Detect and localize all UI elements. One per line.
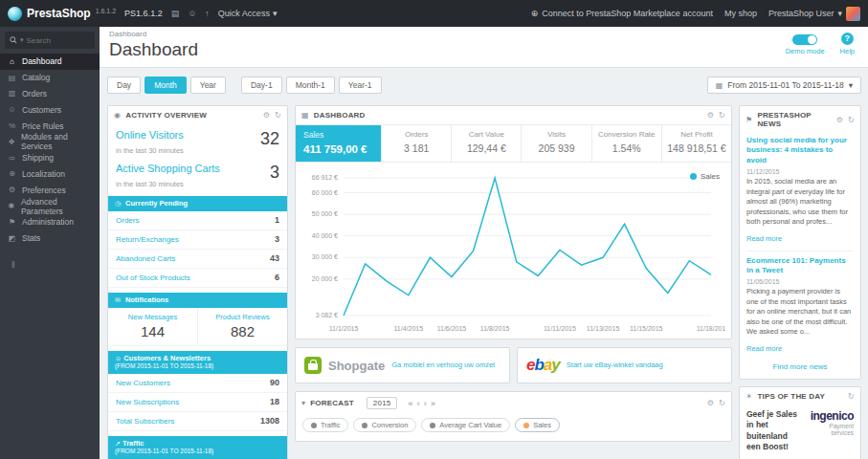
toggle-icon[interactable]: [792, 34, 817, 45]
new-messages-cell[interactable]: New Messages 144: [108, 308, 197, 345]
read-more-link[interactable]: Read more: [746, 344, 782, 353]
kpi-cart-value[interactable]: Cart Value 129,44 €: [452, 125, 522, 162]
forecast-chip-conversion[interactable]: Conversion: [353, 418, 416, 432]
range-day-button[interactable]: Day: [107, 76, 141, 94]
cart-icon[interactable]: ▤: [171, 9, 180, 18]
online-visitors-label[interactable]: Online Visitors: [116, 129, 184, 141]
refresh-icon[interactable]: ↻: [275, 111, 281, 120]
kpi-orders[interactable]: Orders 3 181: [382, 125, 452, 162]
kpi-net-profit[interactable]: Net Profit 148 918,51 €: [662, 125, 731, 162]
sidebar-item-modules[interactable]: ❖Modules and Services: [0, 134, 100, 150]
news-article-title[interactable]: Using social media for your business: 4 …: [746, 136, 854, 165]
shopgate-link[interactable]: Ga mobiel en verhoog uw omzet: [391, 361, 495, 370]
first-page-icon[interactable]: «: [408, 399, 412, 408]
sidebar-item-localization[interactable]: ⊕Localization: [0, 166, 100, 183]
refresh-icon[interactable]: ↻: [848, 116, 855, 124]
marketplace-connect-link[interactable]: ⊕ Connect to PrestaShop Marketplace acco…: [531, 9, 713, 18]
date-range-picker[interactable]: ▦ From 2015-11-01 To 2015-11-18 ▾: [707, 76, 861, 94]
news-article-date: 11/12/2015: [746, 168, 854, 175]
user-icon[interactable]: ☺: [188, 9, 196, 18]
sales-legend-label: Sales: [701, 172, 720, 181]
topbar: PrestaShop 1.6.1.2 PS1.6.1.2 ▤ ☺ ↑ Quick…: [0, 0, 868, 27]
search-input[interactable]: [27, 36, 80, 45]
sidebar-item-orders[interactable]: ▥Orders: [0, 86, 100, 102]
prev-page-icon[interactable]: ‹: [417, 399, 420, 408]
sidebar-item-dashboard[interactable]: ⌂Dashboard: [0, 54, 100, 70]
kpi-conversion-rate[interactable]: Conversion Rate 1.54%: [592, 125, 662, 162]
last-page-icon[interactable]: »: [431, 399, 435, 408]
sidebar-item-stats[interactable]: ◩Stats: [0, 230, 100, 247]
envelope-icon: ✉: [115, 295, 121, 304]
refresh-icon[interactable]: ↻: [719, 111, 725, 120]
sidebar-item-advanced-parameters[interactable]: ✱Advanced Parameters: [0, 198, 100, 214]
help-button[interactable]: ? Help: [840, 33, 855, 55]
gear-icon[interactable]: ⚙: [707, 399, 714, 407]
chip-dot: [311, 423, 317, 428]
x-axis: 11/1/201511/4/201511/6/201511/8/201511/1…: [300, 325, 727, 335]
customers-row-total-subscribers[interactable]: Total Subscribers 1308: [108, 412, 287, 431]
user-menu[interactable]: PrestaShop User ▾: [768, 7, 860, 21]
help-label: Help: [840, 47, 855, 55]
row-label: Abandoned Carts: [116, 254, 175, 263]
product-reviews-cell[interactable]: Product Reviews 882: [197, 308, 287, 345]
my-shop-link[interactable]: My shop: [724, 9, 757, 18]
online-visitors-block: Online Visitors 32 in the last 30 minute…: [108, 124, 287, 158]
advanced-icon: ✱: [8, 202, 15, 210]
search-scope-chevron-icon[interactable]: ▾: [20, 36, 24, 44]
chart-legend[interactable]: Sales: [690, 172, 720, 181]
sidebar-item-customers[interactable]: ☺Customers: [0, 101, 100, 118]
pending-title: Currently Pending: [125, 199, 188, 208]
range-day-1-button[interactable]: Day-1: [241, 76, 282, 94]
y-axis-tick: 3 082 €: [316, 312, 338, 318]
range-year-button[interactable]: Year: [190, 76, 226, 94]
forecast-year-select[interactable]: 2015: [367, 397, 398, 409]
pending-row-out-of-stock[interactable]: Out of Stock Products 6: [108, 269, 287, 288]
sidebar-item-shipping[interactable]: ⇨Shipping: [0, 150, 100, 166]
customers-row-new-subscriptions[interactable]: New Subscriptions 18: [108, 393, 287, 412]
upload-icon[interactable]: ↑: [205, 9, 210, 18]
kpi-sales[interactable]: Sales 411 759,00 €: [296, 125, 382, 162]
page-header: Dashboard Dashboard Demo mode ? Help: [100, 27, 868, 68]
kpi-label: Visits: [524, 130, 588, 139]
range-year-1-button[interactable]: Year-1: [339, 76, 382, 94]
sidebar-item-administration[interactable]: ⚑Administration: [0, 214, 100, 230]
chip-dot: [430, 423, 435, 428]
forecast-chip-sales[interactable]: Sales: [515, 418, 560, 432]
avatar: [846, 7, 860, 21]
find-more-news-link[interactable]: Find more news: [740, 360, 860, 379]
sidebar-item-catalog[interactable]: ▤Catalog: [0, 70, 100, 86]
range-month-button[interactable]: Month: [145, 76, 187, 94]
gear-icon[interactable]: ⚙: [836, 116, 843, 124]
news-article-title[interactable]: Ecommerce 101: Payments in a Tweet: [746, 256, 854, 276]
refresh-icon[interactable]: ↻: [848, 392, 855, 401]
sidebar-search[interactable]: ▾: [5, 32, 95, 49]
row-value: 1: [275, 215, 279, 225]
dashboard-panel-icon: ▦: [301, 111, 309, 120]
pending-row-returns[interactable]: Return/Exchanges 3: [108, 230, 287, 250]
gear-icon[interactable]: ⚙: [263, 111, 270, 120]
forecast-chip-average-cart-value[interactable]: Average Cart Value: [421, 418, 510, 432]
forecast-chip-traffic[interactable]: Traffic: [302, 418, 348, 432]
row-label: Total Subscribers: [116, 417, 174, 426]
gear-icon[interactable]: ⚙: [707, 111, 714, 120]
customers-row-new-customers[interactable]: New Customers 90: [108, 374, 287, 393]
quick-access-menu[interactable]: Quick Access ▾: [218, 9, 278, 18]
pending-row-abandoned-carts[interactable]: Abandoned Carts 43: [108, 250, 287, 269]
demo-mode-toggle[interactable]: Demo mode: [786, 33, 825, 55]
chevron-down-icon: ▾: [849, 80, 853, 90]
next-page-icon[interactable]: ›: [424, 399, 427, 408]
active-carts-label[interactable]: Active Shopping Carts: [116, 163, 220, 174]
breadcrumb[interactable]: Dashboard: [109, 30, 858, 38]
shopgate-logo-icon: [304, 357, 322, 374]
prestashop-logo[interactable]: PrestaShop 1.6.1.2: [8, 7, 116, 21]
kpi-visits[interactable]: Visits 205 939: [522, 125, 591, 162]
pending-row-orders[interactable]: Orders 1: [108, 211, 287, 230]
sidebar-collapse-button[interactable]: ‖: [0, 260, 100, 270]
range-month-1-button[interactable]: Month-1: [286, 76, 335, 94]
question-icon: ?: [841, 33, 854, 45]
ebay-link[interactable]: Start uw eBay-winkel vandaag: [567, 361, 663, 370]
refresh-icon[interactable]: ↻: [719, 399, 725, 407]
y-axis-tick: 66 912 €: [312, 174, 338, 181]
read-more-link[interactable]: Read more: [746, 234, 782, 243]
row-value: 6: [275, 273, 279, 282]
